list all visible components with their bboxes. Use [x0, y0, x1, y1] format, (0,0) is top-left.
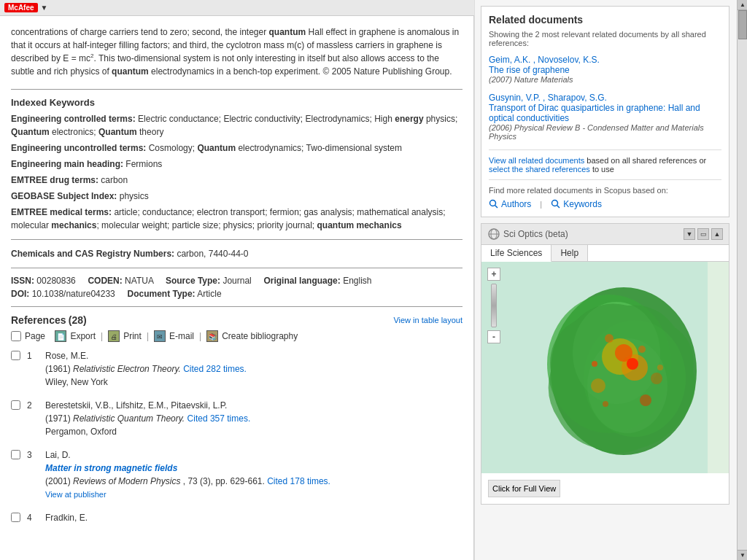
find-more-authors-label: Authors [501, 199, 531, 209]
find-more-section: Find more related documents in Scopus ba… [489, 179, 721, 209]
left-panel: McAfee ▼ concentrations of charge carrie… [0, 0, 474, 560]
email-button[interactable]: E-mail [169, 331, 194, 341]
issn-label: ISSN: [11, 276, 34, 286]
ref-1-checkbox-col [11, 349, 27, 389]
scioptics-restore-btn[interactable]: ▭ [697, 228, 709, 240]
svg-point-16 [627, 358, 638, 370]
svg-point-2 [552, 201, 558, 206]
ref-4-checkbox[interactable] [11, 513, 20, 522]
related-doc-2-authors[interactable]: Gusynin, V.P. , Sharapov, S.G. [489, 93, 607, 103]
ref-4-checkbox-col [11, 511, 27, 524]
select-shared-refs-link[interactable]: select the shared references [489, 165, 590, 174]
engineering-uncontrolled-line: Engineering uncontrolled terms: Cosmolog… [11, 141, 462, 155]
svg-point-23 [603, 401, 608, 407]
meta-section: ISSN: 00280836 CODEN: NATUA Source Type:… [11, 276, 462, 299]
references-count-text: (28) [69, 314, 87, 326]
quantum-electronics: Quantum [11, 127, 50, 137]
map-zoom-out-btn[interactable]: - [487, 330, 500, 343]
coden-label: CODEN: [88, 276, 122, 286]
related-docs-box: Related documents Showing the 2 most rel… [481, 6, 729, 217]
find-more-authors[interactable]: Authors [489, 199, 531, 209]
map-zoom-in-btn[interactable]: + [487, 268, 500, 281]
related-doc-2: Gusynin, V.P. , Sharapov, S.G. Transport… [489, 93, 721, 141]
engineering-controlled-line: Engineering controlled terms: Electric c… [11, 112, 462, 139]
meta-line-1: ISSN: 00280836 CODEN: NATUA Source Type:… [11, 276, 462, 286]
indexed-keywords-section: Indexed Keywords Engineering controlled … [11, 97, 462, 232]
sep-3: | [199, 331, 201, 341]
references-header: References (28) View in table layout [11, 314, 462, 326]
ref-2-authors: Berestetskii, V.B., Lifshitz, E.M., Pita… [45, 400, 227, 411]
related-doc-1-title[interactable]: The rise of graphene [489, 65, 721, 75]
ref-3-vol: , 73 (3), pp. 629-661. [183, 476, 265, 486]
print-button[interactable]: Print [123, 331, 142, 341]
original-lang-label: Original language: [263, 276, 340, 286]
scioptics-tab-lifesciences[interactable]: Life Sciences [481, 245, 551, 262]
emtree-medical-line: EMTREE medical terms: article; conductan… [11, 206, 462, 232]
reference-item-4: 4 Fradkin, E. [11, 508, 462, 527]
emtree-medical-label: EMTREE medical terms: [11, 207, 112, 217]
svg-point-19 [605, 334, 614, 343]
scioptics-icon [487, 228, 500, 241]
scioptics-tab-help[interactable]: Help [551, 245, 588, 261]
divider-4 [11, 306, 462, 307]
ref-1-cited[interactable]: Cited 282 times. [183, 364, 247, 374]
related-doc-1-authors[interactable]: Geim, A.K. , Novoselov, K.S. [489, 55, 600, 65]
scioptics-header: Sci Optics (beta) ▼ ▭ ▲ [481, 224, 729, 245]
scioptics-tabs: Life Sciences Help [481, 245, 729, 262]
ref-2-cited[interactable]: Cited 357 times. [187, 413, 251, 424]
mcafee-logo: McAfee [4, 3, 38, 12]
view-all-related-link[interactable]: View all related documents [489, 156, 584, 165]
scroll-down-arrow[interactable]: ▼ [738, 550, 747, 560]
emtree-drug-label: EMTREE drug terms: [11, 175, 98, 185]
pipe-sep: | [540, 200, 542, 209]
issn-value-text: 00280836 [36, 276, 75, 286]
ref-3-checkbox-col [11, 448, 27, 501]
authors-search-icon [489, 199, 499, 209]
find-more-keywords[interactable]: Keywords [551, 199, 602, 209]
export-button[interactable]: Export [70, 331, 96, 341]
scroll-up-arrow[interactable]: ▲ [738, 0, 747, 10]
full-view-container: Click for Full View [481, 473, 729, 504]
click-full-view-button[interactable]: Click for Full View [488, 480, 560, 497]
ref-1-authors: Rose, M.E. [45, 351, 88, 361]
reference-item-1: 1 Rose, M.E. (1961) Relativistic Electro… [11, 346, 462, 392]
ref-2-title-text: Relativistic Quantum Theory. [73, 413, 185, 424]
related-doc-1: Geim, A.K. , Novoselov, K.S. The rise of… [489, 55, 721, 84]
map-zoom-slider[interactable] [491, 284, 497, 327]
ref-4-authors: Fradkin, E. [45, 513, 88, 523]
scioptics-collapse-btn[interactable]: ▲ [711, 228, 723, 240]
mcafee-dropdown[interactable]: ▼ [41, 4, 48, 12]
original-lang-value-text: English [343, 276, 371, 286]
related-doc-2-journal: (2006) Physical Review B - Condensed Mat… [489, 123, 721, 141]
ref-2-checkbox[interactable] [11, 400, 20, 410]
view-table-layout-link[interactable]: View in table layout [393, 316, 462, 324]
geobase-value: physics [120, 191, 149, 201]
right-panel: ▲ ▼ Related documents Showing the 2 most… [474, 0, 747, 560]
ref-1-checkbox[interactable] [11, 351, 20, 360]
related-doc-2-title[interactable]: Transport of Dirac quasiparticles in gra… [489, 103, 721, 123]
ref-3-title-link[interactable]: Matter in strong magnetic fields [45, 463, 177, 473]
ref-3-num: 3 [27, 448, 45, 501]
ref-2-num: 2 [27, 399, 45, 438]
svg-point-0 [490, 201, 496, 206]
related-docs-subtitle: Showing the 2 most relevant related docu… [489, 30, 721, 47]
ref-3-checkbox[interactable] [11, 450, 20, 459]
doc-type-value-text: Article [197, 289, 221, 299]
quantum-theory: Quantum [98, 127, 137, 137]
scroll-thumb[interactable] [738, 10, 747, 39]
ref-3-publisher-link[interactable]: View at publisher [45, 490, 107, 499]
ref-3-journal-text: Reviews of Modern Physics [73, 476, 180, 486]
divider-2 [11, 239, 462, 240]
scioptics-dropdown-btn[interactable]: ▼ [684, 228, 695, 240]
ref-3-cited[interactable]: Cited 178 times. [267, 476, 330, 486]
view-all-text: based on all shared references or [587, 156, 706, 165]
eng-uncontrolled-label: Engineering uncontrolled terms: [11, 143, 146, 153]
ref-1-num: 1 [27, 349, 45, 389]
doi-label: DOI: [11, 289, 29, 299]
mcafee-toolbar: McAfee ▼ [0, 0, 474, 16]
chemicals-label: Chemicals and CAS Registry Numbers: [11, 249, 174, 259]
select-all-checkbox[interactable] [11, 331, 21, 341]
svg-point-17 [591, 378, 605, 393]
bibliography-button[interactable]: Create bibliography [222, 331, 298, 341]
references-title-group: References (28) [11, 314, 87, 326]
